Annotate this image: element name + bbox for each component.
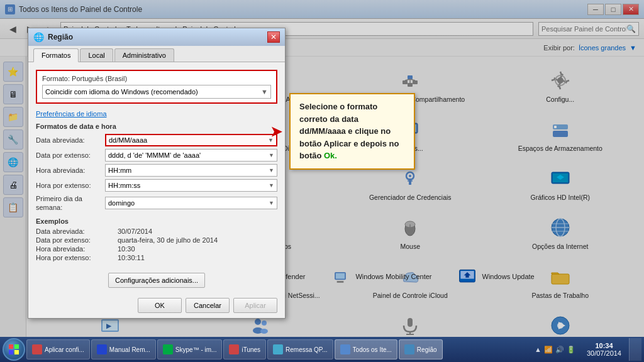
svg-rect-86 (14, 344, 19, 349)
dropdown-value-0: dd/MM/aaaa (109, 136, 147, 144)
tray-power-icon: 🔋 (567, 346, 575, 354)
format-label: Formato: Português (Brasil) (42, 75, 271, 82)
tab-administrativo[interactable]: Administrativo (114, 48, 174, 62)
svg-rect-88 (14, 350, 19, 354)
taskbar-icon-6 (404, 344, 414, 354)
dialog-title-bar: 🌐 Região ✕ (28, 28, 285, 46)
taskbar-icon-5 (340, 344, 350, 354)
example-value-1: quarta-feira, 30 de julho de 2014 (118, 236, 218, 244)
taskbar-item-3[interactable]: iTunes (223, 339, 266, 359)
svg-rect-85 (9, 344, 13, 349)
taskbar-item-2[interactable]: Skype™ - im... (157, 339, 223, 359)
format-dropdown-1[interactable]: dddd, d 'de' 'MMMM' de 'aaaa' ▼ (105, 149, 277, 162)
taskbar-icon-4 (273, 344, 283, 354)
example-value-3: 10:30:11 (118, 254, 145, 261)
format-row-2: Hora abreviada: HH:mm ▼ (36, 164, 277, 177)
examples-section: Exemplos Data abreviada: 30/07/2014 Data… (36, 217, 277, 261)
lang-link[interactable]: Preferências de idioma (36, 110, 277, 118)
ok-button[interactable]: OK (138, 298, 182, 313)
format-select-arrow-icon: ▼ (261, 88, 268, 96)
taskbar-text-0: Aplicar confi... (45, 346, 84, 353)
taskbar-item-0[interactable]: Aplicar confi... (26, 339, 90, 359)
tab-local[interactable]: Local (80, 48, 113, 62)
taskbar-item-4[interactable]: Remessa QP... (267, 339, 333, 359)
config-button[interactable]: Configurações adicionais... (108, 273, 205, 288)
dialog-title: Região (48, 33, 73, 41)
format-row-0: Data abreviada: dd/MM/aaaa ▼ (36, 134, 277, 146)
row-label-3: Hora por extenso: (36, 182, 105, 189)
cancel-button[interactable]: Cancelar (186, 298, 230, 313)
taskbar-text-5: Todos os Ite... (353, 346, 392, 353)
dialog-buttons: OK Cancelar Aplicar (138, 298, 277, 313)
tray-network-icon: 📶 (544, 346, 553, 354)
apply-button[interactable]: Aplicar (233, 298, 277, 313)
dropdown-arrow-3-icon: ▼ (269, 182, 274, 189)
callout-text: Selecione o formato correto da data dd/M… (299, 102, 399, 160)
format-dropdown-2[interactable]: HH:mm ▼ (105, 164, 277, 177)
formats-title: Formatos de data e hora (36, 123, 277, 130)
dropdown-arrow-4-icon: ▼ (269, 200, 274, 206)
taskbar-right: ▲ 📶 🔊 🔋 10:34 30/07/2014 (531, 338, 641, 361)
format-select-value: Coincidir com idioma do Windows (recomen… (45, 88, 198, 96)
callout: ➤ Selecione o formato correto da data dd… (289, 93, 415, 170)
taskbar-item-1[interactable]: Manual Rem... (91, 339, 156, 359)
example-label-2: Hora abreviada: (36, 245, 118, 253)
example-label-1: Data por extenso: (36, 236, 118, 244)
taskbar-item-6[interactable]: Região (399, 339, 443, 359)
clock-date: 30/07/2014 (587, 349, 621, 357)
example-row-2: Hora abreviada: 10:30 (36, 245, 277, 253)
dropdown-value-3: HH:mm:ss (108, 182, 140, 189)
format-box: Formato: Português (Brasil) Coincidir co… (36, 70, 277, 104)
taskbar-text-1: Manual Rem... (109, 346, 150, 353)
dropdown-value-4: domingo (108, 199, 135, 207)
row-label-4: Primeiro dia da semana: (36, 194, 105, 212)
svg-rect-87 (9, 350, 13, 354)
taskbar-text-3: iTunes (242, 346, 260, 353)
dialog-footer: OK Cancelar Aplicar (28, 293, 285, 318)
formats-section: Formatos de data e hora Data abreviada: … (36, 123, 277, 212)
clock[interactable]: 10:34 30/07/2014 (583, 342, 625, 357)
format-row-3: Hora por extenso: HH:mm:ss ▼ (36, 179, 277, 192)
taskbar-icon-3 (229, 344, 239, 354)
row-label-2: Hora abreviada: (36, 167, 105, 174)
example-value-0: 30/07/2014 (118, 228, 152, 235)
example-label-0: Data abreviada: (36, 228, 118, 235)
show-desktop-button[interactable] (629, 338, 641, 361)
tab-formatos[interactable]: Formatos (33, 48, 79, 62)
dropdown-arrow-2-icon: ▼ (269, 167, 274, 173)
format-row-1: Data por extenso: dddd, d 'de' 'MMMM' de… (36, 149, 277, 162)
taskbar-text-2: Skype™ - im... (175, 346, 217, 353)
example-row-1: Data por extenso: quarta-feira, 30 de ju… (36, 236, 277, 244)
callout-arrow: ➤ (270, 121, 282, 141)
example-row-0: Data abreviada: 30/07/2014 (36, 228, 277, 235)
start-button[interactable] (3, 338, 25, 361)
row-label-1: Data por extenso: (36, 151, 105, 159)
clock-time: 10:34 (587, 342, 621, 349)
dropdown-arrow-1-icon: ▼ (269, 152, 274, 158)
config-footer: Configurações adicionais... (28, 270, 285, 293)
dialog-tabs: Formatos Local Administrativo (28, 46, 285, 62)
format-dropdown-3[interactable]: HH:mm:ss ▼ (105, 179, 277, 192)
taskbar-icon-1 (97, 344, 107, 354)
tray-sound-icon: 🔊 (555, 346, 564, 354)
taskbar-item-5[interactable]: Todos os Ite... (335, 339, 397, 359)
taskbar-icon-0 (32, 344, 42, 354)
taskbar-text-6: Região (417, 346, 437, 353)
format-dropdown-4[interactable]: domingo ▼ (105, 197, 277, 209)
example-value-2: 10:30 (118, 245, 135, 253)
dropdown-value-2: HH:mm (108, 167, 131, 174)
taskbar-text-4: Remessa QP... (286, 346, 328, 353)
dialog-close-button[interactable]: ✕ (267, 31, 280, 43)
format-select[interactable]: Coincidir com idioma do Windows (recomen… (42, 85, 271, 99)
taskbar-icon-2 (163, 344, 173, 354)
taskbar: Aplicar confi... Manual Rem... Skype™ - … (0, 337, 644, 362)
dialog-icon: 🌐 (33, 32, 44, 42)
format-row-4: Primeiro dia da semana: domingo ▼ (36, 194, 277, 212)
examples-title: Exemplos (36, 217, 277, 225)
region-dialog: 🌐 Região ✕ Formatos Local Administrativo… (28, 28, 286, 319)
row-label-0: Data abreviada: (36, 136, 105, 144)
format-dropdown-0[interactable]: dd/MM/aaaa ▼ (105, 134, 277, 146)
dialog-content: Formato: Português (Brasil) Coincidir co… (28, 62, 285, 270)
sys-tray: ▲ 📶 🔊 🔋 (531, 346, 579, 354)
example-label-3: Hora por extenso: (36, 254, 118, 261)
